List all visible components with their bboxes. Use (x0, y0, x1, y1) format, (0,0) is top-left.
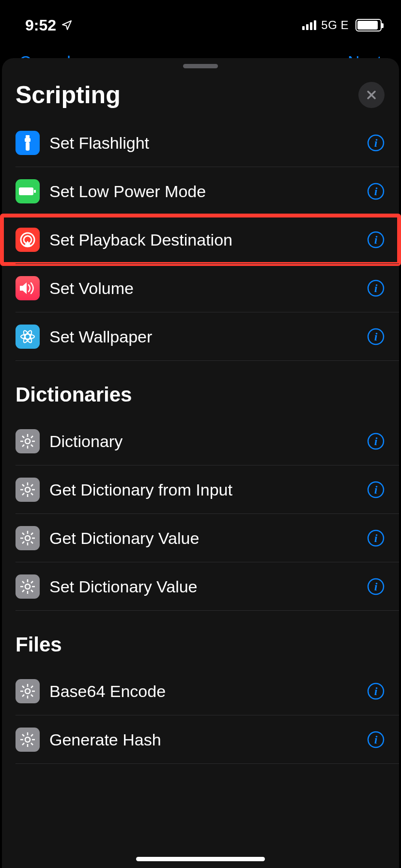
info-button[interactable]: i (366, 327, 386, 346)
gear-icon (15, 679, 40, 703)
action-row-set-playback-destination[interactable]: Set Playback Destination i (2, 216, 399, 264)
info-icon: i (367, 529, 385, 547)
action-label: Base64 Encode (49, 682, 366, 701)
sheet-grabber[interactable] (183, 64, 218, 68)
svg-text:i: i (374, 435, 378, 448)
info-icon: i (367, 328, 385, 345)
action-label: Set Volume (49, 279, 366, 298)
info-icon: i (367, 231, 385, 248)
action-row-set-low-power-mode[interactable]: Set Low Power Mode i (2, 167, 399, 216)
sheet-title: Scripting (15, 81, 121, 109)
scripting-sheet: Scripting Set Flashlight i Set Low Power… (2, 58, 399, 868)
svg-line-85 (31, 734, 33, 736)
svg-line-40 (31, 493, 33, 495)
action-label: Set Flashlight (49, 134, 366, 153)
svg-line-29 (31, 445, 33, 447)
home-indicator[interactable] (136, 857, 265, 861)
action-row-generate-hash[interactable]: Generate Hash i (2, 715, 399, 764)
info-button[interactable]: i (366, 480, 386, 499)
svg-line-50 (22, 533, 24, 535)
svg-point-67 (25, 689, 30, 694)
svg-line-72 (22, 686, 24, 688)
flashlight-icon (15, 131, 40, 155)
battery-mode-icon (15, 179, 40, 203)
svg-line-42 (22, 493, 24, 495)
svg-line-61 (22, 581, 24, 583)
airplay-icon (15, 228, 40, 252)
action-label: Get Dictionary Value (49, 529, 366, 548)
action-label: Set Low Power Mode (49, 182, 366, 201)
svg-rect-0 (26, 135, 30, 138)
svg-line-30 (31, 436, 33, 438)
action-row-set-volume[interactable]: Set Volume i (2, 264, 399, 312)
action-row-set-flashlight[interactable]: Set Flashlight i (2, 119, 399, 167)
svg-text:i: i (374, 580, 378, 593)
cellular-signal-icon (302, 20, 316, 30)
info-icon: i (367, 682, 385, 700)
gear-icon (15, 429, 40, 453)
info-button[interactable]: i (366, 730, 386, 749)
info-button[interactable]: i (366, 432, 386, 451)
action-label: Set Wallpaper (49, 327, 366, 346)
action-row-base64-encode[interactable]: Base64 Encode i (2, 667, 399, 715)
svg-text:i: i (374, 685, 378, 698)
svg-text:i: i (374, 733, 378, 746)
action-label: Generate Hash (49, 730, 366, 749)
gear-icon (15, 728, 40, 752)
svg-line-73 (31, 695, 33, 697)
svg-text:i: i (374, 137, 378, 149)
status-right: 5G E (302, 18, 382, 32)
svg-point-45 (25, 536, 30, 541)
action-row-get-dictionary-from-input[interactable]: Get Dictionary from Input i (2, 465, 399, 514)
action-row-set-wallpaper[interactable]: Set Wallpaper i (2, 312, 399, 361)
info-button[interactable]: i (366, 182, 386, 201)
svg-line-86 (22, 743, 24, 745)
status-time: 9:52 (25, 16, 56, 34)
info-button[interactable]: i (366, 577, 386, 596)
action-label: Dictionary (49, 432, 366, 451)
svg-point-56 (25, 584, 30, 589)
action-label: Set Playback Destination (49, 231, 366, 249)
action-row-get-dictionary-value[interactable]: Get Dictionary Value i (2, 514, 399, 562)
svg-text:i: i (374, 233, 378, 246)
info-icon: i (367, 731, 385, 748)
action-row-set-dictionary-value[interactable]: Set Dictionary Value i (2, 562, 399, 611)
svg-point-18 (21, 334, 34, 339)
svg-rect-5 (19, 187, 33, 195)
info-button[interactable]: i (366, 528, 386, 548)
svg-point-23 (25, 439, 30, 444)
action-label: Set Dictionary Value (49, 577, 366, 596)
section-title-files: Files (2, 611, 399, 667)
svg-line-51 (31, 542, 33, 543)
svg-text:i: i (374, 185, 378, 198)
svg-line-28 (22, 436, 24, 438)
close-button[interactable] (358, 82, 385, 108)
info-icon: i (367, 481, 385, 498)
info-icon: i (367, 433, 385, 450)
status-bar: 9:52 5G E (0, 0, 401, 43)
info-icon: i (367, 134, 385, 152)
status-left: 9:52 (25, 16, 73, 34)
svg-line-41 (31, 484, 33, 486)
info-button[interactable]: i (366, 230, 386, 249)
svg-line-39 (22, 484, 24, 486)
svg-marker-14 (20, 282, 27, 294)
svg-line-62 (31, 590, 33, 592)
info-button[interactable]: i (366, 133, 386, 153)
svg-text:i: i (374, 483, 378, 496)
svg-line-64 (22, 590, 24, 592)
location-icon (61, 19, 73, 31)
info-button[interactable]: i (366, 682, 386, 701)
svg-line-63 (31, 581, 33, 583)
svg-line-52 (31, 533, 33, 535)
gear-icon (15, 574, 40, 599)
svg-line-84 (31, 743, 33, 745)
info-icon: i (367, 183, 385, 200)
info-button[interactable]: i (366, 279, 386, 298)
svg-rect-2 (26, 142, 30, 151)
network-type-label: 5G E (321, 18, 349, 32)
action-row-dictionary[interactable]: Dictionary i (2, 417, 399, 465)
gear-icon (15, 478, 40, 502)
svg-point-34 (25, 487, 30, 492)
wallpaper-icon (15, 325, 40, 349)
